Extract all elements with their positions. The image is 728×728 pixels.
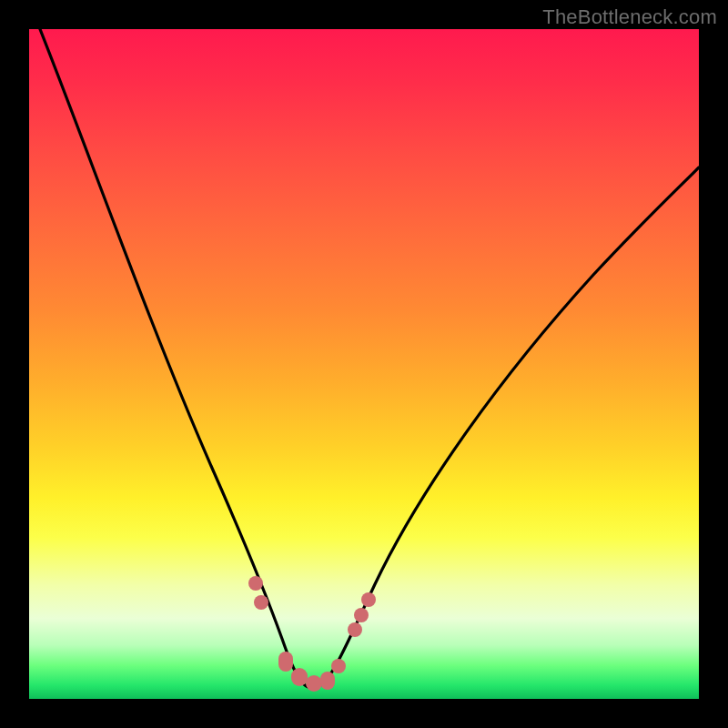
marker-pill (278, 652, 293, 672)
marker-pill (306, 675, 322, 692)
curve-path (36, 29, 699, 688)
marker-dot (331, 659, 346, 673)
marker-pill (291, 668, 308, 686)
marker-pill (320, 672, 335, 690)
curve-markers (248, 576, 376, 692)
plot-area (29, 29, 699, 699)
marker-dot (248, 576, 263, 591)
marker-dot (361, 592, 376, 607)
chart-frame: TheBottleneck.com (0, 0, 728, 728)
watermark-text: TheBottleneck.com (542, 5, 717, 29)
marker-dot (254, 595, 268, 610)
marker-dot (348, 622, 362, 637)
marker-dot (354, 608, 369, 622)
bottleneck-curve (29, 29, 699, 699)
